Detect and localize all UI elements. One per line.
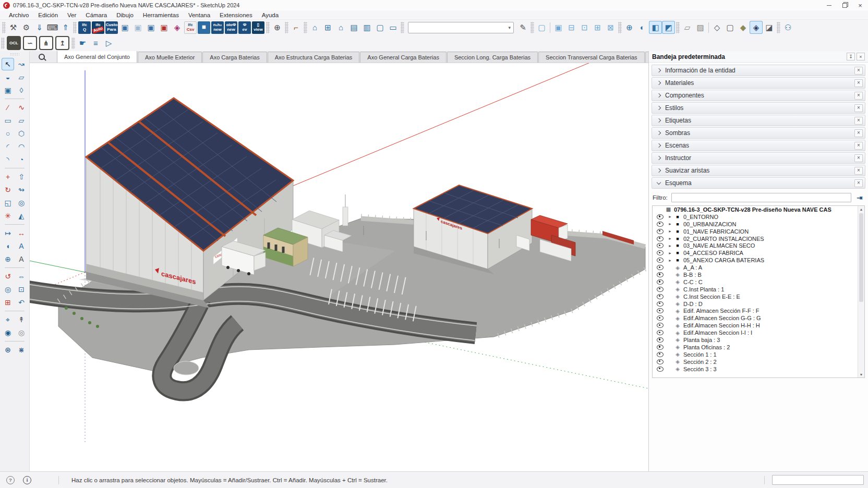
visibility-eye-icon[interactable]	[657, 265, 664, 270]
outliner-tree[interactable]: ▦0796.16-3_OC-SKP-TCN-v28 Pre-diseño Nue…	[652, 205, 865, 378]
bit-box-icon[interactable]: ⌂	[308, 21, 321, 34]
ai-head-icon[interactable]: ⚇	[781, 21, 794, 34]
ifc-keyboard-icon[interactable]: ⌨	[46, 21, 59, 34]
tree-item-section[interactable]: ◈C-C : C	[653, 278, 864, 286]
bit-door-icon[interactable]: ▢	[373, 21, 387, 34]
menu-dibujo[interactable]: Dibujo	[112, 12, 138, 18]
tree-item-section[interactable]: ◈Sección 3 : 3	[653, 365, 864, 373]
tray-section-suavizar-aristas[interactable]: Suavizar aristas×	[652, 165, 865, 176]
visibility-eye-icon[interactable]	[657, 308, 664, 313]
scroll-up-icon[interactable]: ▲	[860, 206, 863, 212]
shaded-style-icon[interactable]: ◆	[737, 21, 750, 34]
toolbar-combobox[interactable]: ▾	[408, 22, 514, 33]
eye-outline-icon[interactable]: ◎	[15, 326, 28, 339]
eraser-tool-icon[interactable]: ▱	[15, 71, 28, 83]
expand-arrow-icon[interactable]: ►	[667, 222, 673, 226]
flip-tool-icon[interactable]: ◭	[15, 210, 28, 222]
tree-item-component[interactable]: ►■05_ANEXO CARGA BATERIAS	[653, 257, 864, 264]
oci-export-icon[interactable]: ↥	[55, 36, 69, 50]
oci-swoosh-icon[interactable]: ∽	[23, 36, 37, 50]
wireframe-style-icon[interactable]: ◇	[710, 21, 724, 34]
tree-item-section[interactable]: ◈D-D : D	[653, 300, 864, 308]
ifc-cube-outline-icon[interactable]: ▣	[131, 21, 144, 34]
push-pull-tool-icon[interactable]: ⇧	[15, 170, 28, 183]
ifc-cube-label-icon[interactable]: ▣	[144, 21, 158, 34]
broom-cleanup-icon[interactable]: ⚒	[7, 21, 20, 34]
tape-measure-tool-icon[interactable]: ↦	[2, 227, 14, 239]
bit-drawer-icon[interactable]: ▥	[360, 21, 373, 34]
tray-section-materiales[interactable]: Materiales×	[652, 77, 865, 89]
freehand-tool-icon[interactable]: ∿	[15, 101, 28, 114]
tree-item-section[interactable]: ◈C.Inst Seccion E-E : E	[653, 293, 864, 300]
tree-item-component[interactable]: ►■02_CUARTO INSTALACIONES	[653, 235, 864, 242]
close-icon[interactable]: ×	[854, 92, 863, 100]
visibility-eye-icon[interactable]	[657, 229, 664, 234]
scroll-down-icon[interactable]: ▼	[860, 371, 863, 377]
select-rect-icon[interactable]: ▢	[535, 21, 548, 34]
visibility-eye-icon[interactable]	[657, 367, 664, 372]
zoom-extents-tool-icon[interactable]: ⊞	[2, 296, 14, 309]
tray-section-escenas[interactable]: Escenas×	[652, 140, 865, 151]
tray-section-sombras[interactable]: Sombras×	[652, 127, 865, 139]
tray-close-icon[interactable]: ×	[857, 53, 865, 60]
ifc-csv-tile[interactable]: IfcCsv	[184, 21, 197, 34]
visibility-eye-icon[interactable]	[657, 337, 664, 343]
paint-bucket-tool-icon[interactable]: ◒	[2, 71, 14, 83]
ifc-auto-tile[interactable]: IfcAuto	[92, 21, 104, 34]
rotated-rectangle-tool-icon[interactable]: ▱	[15, 114, 28, 127]
polygon-tool-icon[interactable]: ⬡	[15, 127, 28, 140]
filter-input[interactable]	[671, 193, 851, 202]
position-camera-tool-icon[interactable]: ⌖	[2, 313, 14, 326]
view-tile[interactable]: ▯view	[252, 21, 264, 34]
arc-tool-icon[interactable]: ◜	[2, 140, 14, 153]
visibility-eye-icon[interactable]	[657, 294, 664, 299]
look-around-tool-icon[interactable]: ◉	[2, 326, 14, 339]
report-list-icon[interactable]: ≡	[89, 36, 102, 50]
visibility-eye-icon[interactable]	[657, 250, 664, 255]
palette-drag-handle[interactable]	[10, 53, 19, 56]
expand-arrow-icon[interactable]: ►	[667, 229, 673, 233]
visibility-eye-icon[interactable]	[657, 301, 664, 307]
face-camera-icon[interactable]: ◧	[649, 21, 662, 34]
bit-frame-icon[interactable]: ▭	[387, 21, 400, 34]
visibility-eye-icon[interactable]	[657, 258, 664, 263]
close-icon[interactable]: ×	[854, 104, 863, 112]
ifc-import-icon[interactable]: ⇓	[33, 21, 46, 34]
axes-star-icon[interactable]: ✳	[2, 210, 14, 222]
menu-ver[interactable]: Ver	[63, 12, 81, 18]
tree-item-section[interactable]: ◈A_A : A	[653, 264, 864, 271]
measurements-input[interactable]	[772, 475, 864, 485]
menu-herramientas[interactable]: Herramientas	[138, 12, 184, 18]
home-view-icon[interactable]: ◩	[662, 21, 675, 34]
menu-extensiones[interactable]: Extensiones	[215, 12, 257, 18]
3d-text-tool-icon[interactable]: A	[15, 253, 28, 265]
tree-item-section[interactable]: ◈Planta baja : 3	[653, 336, 864, 344]
visibility-eye-icon[interactable]	[657, 236, 664, 241]
scene-tab-axo-estructura-carga-baterias[interactable]: Axo Estructura Carga Baterias	[268, 52, 360, 63]
oci-import-plugin-icon[interactable]: ⊛	[2, 344, 14, 356]
walk-tool-icon[interactable]: ↟	[15, 313, 28, 326]
scene-tab-seccion-transversal-carga-baterias[interactable]: Seccion Transversal Carga Baterias	[538, 52, 644, 63]
tray-section-informacion-de-la-entidad[interactable]: Información de la entidad×	[652, 65, 865, 76]
bit-cabinet-icon[interactable]: ▤	[347, 21, 360, 34]
combo-arrow-icon[interactable]: ▾	[508, 25, 511, 30]
lasso-tool-icon[interactable]: ↝	[15, 58, 28, 70]
bit-house-icon[interactable]: ⌂	[334, 21, 347, 34]
tree-item-component[interactable]: ►■00_URBANIZACION	[653, 221, 864, 228]
pin-icon[interactable]: ↧	[847, 53, 855, 60]
bd-panel-icon[interactable]: ▷	[102, 36, 115, 50]
tree-item-component[interactable]: ►■0_ENTORNO	[653, 213, 864, 221]
visibility-eye-icon[interactable]	[657, 243, 664, 248]
tree-item-section[interactable]: ◈Planta Oficinas : 2	[653, 344, 864, 351]
bit-window-icon[interactable]: ⊞	[321, 21, 334, 34]
offset-tool-icon[interactable]: ◎	[15, 197, 28, 209]
solid-trim-icon[interactable]: ⊡	[578, 21, 591, 34]
oci-move-icon[interactable]: ⋔	[39, 36, 53, 50]
monochrome-style-icon[interactable]: ◪	[763, 21, 776, 34]
close-icon[interactable]: ×	[854, 117, 863, 125]
solid-split-icon[interactable]: ⊠	[604, 21, 617, 34]
zoom-tool-icon[interactable]: ◎	[2, 283, 14, 296]
tray-section-componentes[interactable]: Componentes×	[652, 90, 865, 101]
two-point-arc-tool-icon[interactable]: ◠	[15, 140, 28, 153]
menu-camara[interactable]: Cámara	[81, 12, 112, 18]
